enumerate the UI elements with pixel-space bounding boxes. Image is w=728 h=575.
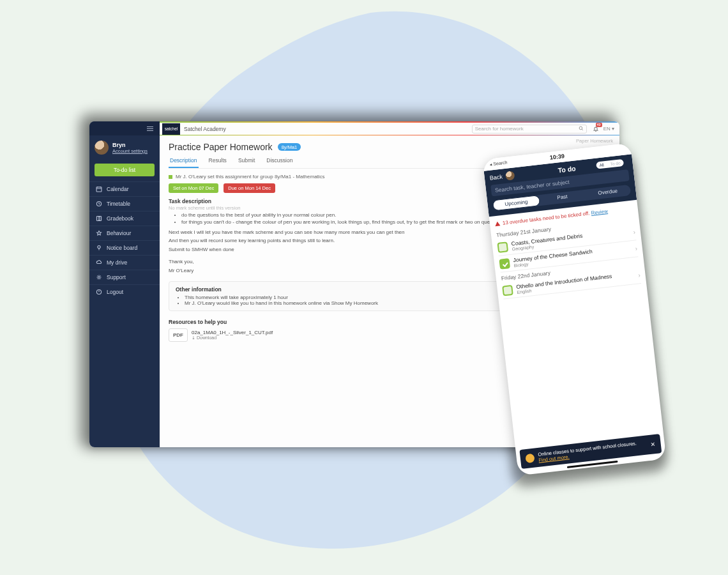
sidebar-item-label: Notice board <box>107 245 137 251</box>
tab-results[interactable]: Results <box>208 157 228 168</box>
account-settings-link[interactable]: Account settings <box>112 148 148 154</box>
sidebar-nav: Calendar Timetable Gradebook Behaviour N… <box>89 181 160 299</box>
topbar: satchel Satchel Academy Search for homew… <box>160 121 619 135</box>
search-placeholder: Search for homework <box>475 126 524 132</box>
phone-body: 13 overdue tasks need to be ticked off. … <box>489 200 647 303</box>
notification-bell-icon[interactable]: 49 <box>591 124 601 134</box>
clock-icon <box>96 201 102 207</box>
star-icon <box>96 230 102 236</box>
user-name: Bryn <box>112 142 148 148</box>
seg-upcoming[interactable]: Upcoming <box>492 195 540 211</box>
avatar <box>95 141 109 155</box>
sidebar-item-behaviour[interactable]: Behaviour <box>89 226 160 240</box>
svg-rect-0 <box>96 187 102 192</box>
svg-point-6 <box>579 126 582 130</box>
seg-overdue[interactable]: Overdue <box>584 185 631 201</box>
chevron-right-icon: › <box>638 272 641 279</box>
gear-icon <box>96 274 102 280</box>
checkbox-icon[interactable] <box>502 284 513 296</box>
language-selector[interactable]: EN ▾ <box>603 126 614 132</box>
warning-icon <box>495 221 501 226</box>
sidebar: Bryn Account settings To-do list Calenda… <box>89 121 160 447</box>
sidebar-item-label: Timetable <box>107 201 130 207</box>
status-time: 10:39 <box>549 153 565 161</box>
brand-logo[interactable]: satchel <box>162 123 180 135</box>
page-title: Practice Paper Homework 8y/Ma1 <box>169 142 610 152</box>
tab-discussion[interactable]: Discussion <box>265 157 294 168</box>
search-icon <box>579 126 584 132</box>
due-date-chip: Due on Mon 14 Dec <box>224 183 275 193</box>
promo-icon <box>525 454 535 463</box>
sidebar-item-label: Support <box>107 274 126 280</box>
sidebar-item-logout[interactable]: Logout <box>89 284 160 299</box>
chevron-right-icon: › <box>635 245 638 252</box>
chevron-right-icon: › <box>633 228 636 235</box>
user-profile[interactable]: Bryn Account settings <box>89 135 160 157</box>
sidebar-item-notice-board[interactable]: Notice board <box>89 240 160 255</box>
sidebar-item-label: Gradebook <box>107 215 133 222</box>
hamburger-menu-icon[interactable] <box>89 121 160 135</box>
sidebar-item-timetable[interactable]: Timetable <box>89 196 160 211</box>
tab-submit[interactable]: Submit <box>237 157 256 168</box>
resource-filename: 02a_1MA0_1H_-_Silver_1_CUT.pdf <box>192 330 273 335</box>
sidebar-item-support[interactable]: Support <box>89 270 160 284</box>
pdf-icon: PDF <box>169 328 188 342</box>
sidebar-item-label: Logout <box>107 289 123 295</box>
phone-avatar[interactable] <box>505 171 515 180</box>
sidebar-item-label: Calendar <box>107 186 129 192</box>
svg-point-3 <box>98 245 100 248</box>
breadcrumb: Paper Homework <box>576 138 613 144</box>
notification-badge: 49 <box>596 123 602 127</box>
calendar-icon <box>96 186 102 192</box>
sidebar-item-label: Behaviour <box>107 230 131 236</box>
close-icon[interactable]: ✕ <box>650 441 656 448</box>
other-info-heading: Other information <box>176 286 222 293</box>
cloud-icon <box>96 259 102 266</box>
square-marker-icon <box>169 175 172 179</box>
todo-list-button[interactable]: To-do list <box>95 164 155 176</box>
school-name: Satchel Academy <box>184 126 226 132</box>
book-icon <box>96 215 102 222</box>
download-link[interactable]: ⤓ Download <box>192 335 273 341</box>
group-pill: 8y/Ma1 <box>278 143 301 151</box>
logout-icon <box>96 289 102 295</box>
checkbox-checked-icon[interactable] <box>499 258 510 270</box>
all-todo-toggle[interactable]: All To do <box>596 159 624 169</box>
status-search-hint: ◂ Search <box>489 160 508 167</box>
tab-description[interactable]: Description <box>169 157 199 168</box>
svg-point-4 <box>98 277 100 279</box>
sidebar-item-gradebook[interactable]: Gradebook <box>89 211 160 226</box>
checkbox-icon[interactable] <box>497 241 508 253</box>
back-button[interactable]: Back <box>489 173 503 181</box>
review-link[interactable]: Review <box>591 208 608 216</box>
sidebar-item-label: My drive <box>107 259 127 266</box>
seg-past[interactable]: Past <box>539 190 586 206</box>
set-date-chip: Set on Mon 07 Dec <box>169 183 218 193</box>
sidebar-item-my-drive[interactable]: My drive <box>89 255 160 270</box>
pin-icon <box>96 245 102 251</box>
sidebar-item-calendar[interactable]: Calendar <box>89 181 160 196</box>
search-input[interactable]: Search for homework <box>472 125 587 134</box>
